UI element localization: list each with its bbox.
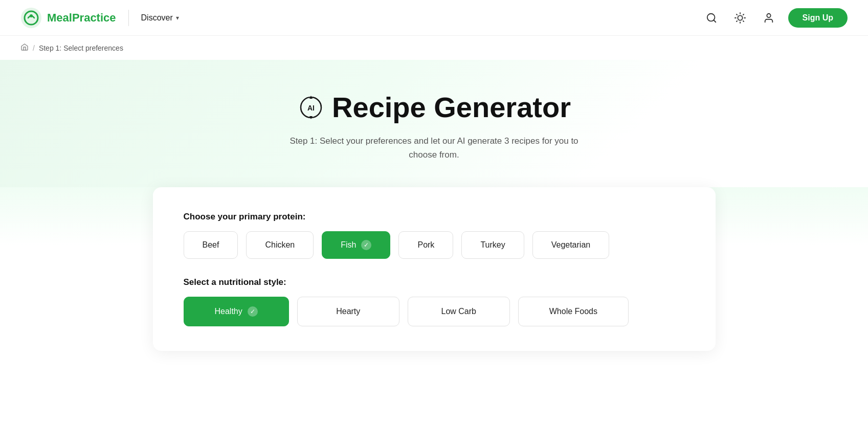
user-icon <box>763 12 774 24</box>
nutrition-option-hearty[interactable]: Hearty <box>297 297 399 326</box>
nutrition-options: Healthy✓HeartyLow CarbWhole Foods <box>184 297 685 326</box>
nutrition-option-healthy[interactable]: Healthy✓ <box>184 297 289 326</box>
protein-option-turkey[interactable]: Turkey <box>461 231 524 259</box>
theme-toggle-button[interactable] <box>731 9 749 27</box>
user-account-button[interactable] <box>760 9 778 27</box>
protein-option-vegetarian[interactable]: Vegetarian <box>532 231 610 259</box>
search-button[interactable] <box>702 9 721 27</box>
protein-section-label: Choose your primary protein: <box>184 212 685 222</box>
header-divider <box>128 10 129 26</box>
main-content: Choose your primary protein: BeefChicken… <box>0 187 868 382</box>
breadcrumb-home-icon[interactable] <box>20 43 29 53</box>
breadcrumb-separator: / <box>33 44 35 52</box>
discover-label: Discover <box>141 13 173 23</box>
chevron-down-icon: ▾ <box>176 14 179 21</box>
breadcrumb-step: Step 1: Select preferences <box>39 44 123 52</box>
hero-subtitle: Step 1: Select your preferences and let … <box>286 134 583 162</box>
svg-line-4 <box>714 20 716 22</box>
svg-point-5 <box>738 15 742 20</box>
form-card: Choose your primary protein: BeefChicken… <box>153 187 716 351</box>
nutrition-section-label: Select a nutritional style: <box>184 277 685 287</box>
signup-button[interactable]: Sign Up <box>788 8 848 28</box>
logo[interactable]: MealPractice <box>20 7 116 29</box>
protein-options: BeefChickenFish✓PorkTurkeyVegetarian <box>184 231 685 259</box>
checkmark-icon: ✓ <box>248 306 258 317</box>
svg-point-14 <box>767 13 770 17</box>
search-icon <box>706 12 717 24</box>
svg-text:AI: AI <box>307 104 315 112</box>
header-right: Sign Up <box>702 8 848 28</box>
protein-option-chicken[interactable]: Chicken <box>246 231 314 259</box>
checkmark-icon: ✓ <box>361 240 371 250</box>
breadcrumb: / Step 1: Select preferences <box>0 36 868 60</box>
logo-text: MealPractice <box>47 11 116 25</box>
protein-option-beef[interactable]: Beef <box>184 231 238 259</box>
svg-line-13 <box>743 14 743 14</box>
hero-title: AI Recipe Generator <box>20 91 848 124</box>
nutrition-option-wholefoods[interactable]: Whole Foods <box>518 297 629 326</box>
header-left: MealPractice Discover ▾ <box>20 7 179 29</box>
protein-option-fish[interactable]: Fish✓ <box>322 231 390 259</box>
discover-nav[interactable]: Discover ▾ <box>141 13 179 23</box>
hero-title-text: Recipe Generator <box>332 91 571 124</box>
svg-point-2 <box>30 14 33 17</box>
svg-line-8 <box>736 14 737 14</box>
ai-icon: AI <box>297 94 325 121</box>
svg-line-12 <box>736 20 737 21</box>
header: MealPractice Discover ▾ <box>0 0 868 36</box>
svg-line-9 <box>743 20 743 21</box>
nutrition-option-lowcarb[interactable]: Low Carb <box>408 297 510 326</box>
sun-icon <box>735 12 746 24</box>
hero-section: AI Recipe Generator Step 1: Select your … <box>0 60 868 203</box>
protein-option-pork[interactable]: Pork <box>398 231 453 259</box>
logo-icon <box>20 7 42 29</box>
